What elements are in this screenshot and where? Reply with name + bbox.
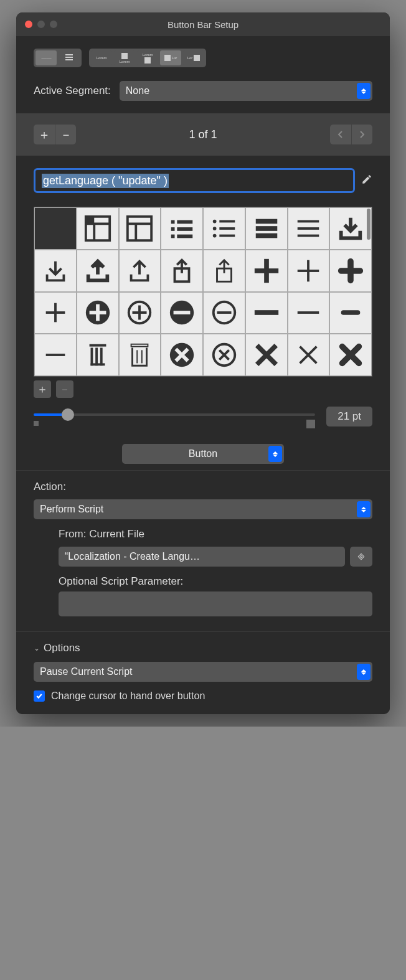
edit-name-button[interactable] [361, 174, 372, 187]
icon-size-display: 21 pt [326, 407, 372, 426]
icon-cell[interactable] [161, 250, 203, 292]
icon-cell[interactable] [77, 250, 119, 292]
remove-icon-button[interactable]: － [56, 380, 73, 398]
icon-cell[interactable] [119, 207, 161, 250]
element-type-select[interactable]: Button [122, 444, 284, 464]
icon-cell[interactable] [77, 334, 119, 376]
label-position-segment[interactable]: Lorem Lorem Lorem Lor Lor [89, 49, 206, 67]
svg-rect-23 [298, 227, 319, 230]
svg-rect-16 [219, 227, 235, 230]
icon-cell[interactable] [34, 250, 77, 292]
icon-cell[interactable] [119, 292, 161, 334]
select-arrows-icon [357, 83, 371, 99]
svg-point-15 [213, 227, 217, 230]
script-select[interactable]: “Localization - Create Langu… [59, 547, 345, 567]
icon-cell[interactable] [329, 292, 372, 334]
cursor-checkbox[interactable] [34, 690, 45, 702]
label-pos-5[interactable]: Lor [183, 50, 204, 65]
icon-cell[interactable] [161, 292, 203, 334]
remove-segment-button[interactable]: － [55, 125, 76, 144]
from-row: From: Current File [59, 528, 372, 540]
label-pos-2[interactable]: Lorem [114, 50, 135, 65]
label-pos-4[interactable]: Lor [160, 50, 181, 65]
icon-cell[interactable] [245, 250, 288, 292]
titlebar: Button Bar Setup [16, 12, 390, 36]
icon-cell[interactable] [288, 334, 330, 376]
vertical-orientation-button[interactable] [59, 50, 80, 65]
prev-segment-button[interactable] [330, 125, 351, 144]
active-segment-select[interactable]: None [120, 81, 372, 101]
button-bar-setup-window: Button Bar Setup Lorem Lorem Lorem Lor L… [16, 12, 390, 714]
element-type-value: Button [189, 448, 217, 459]
icon-cell[interactable] [203, 292, 245, 334]
icon-size-slider[interactable] [34, 407, 315, 426]
icon-grid[interactable] [34, 207, 372, 377]
icon-cell[interactable] [161, 334, 203, 376]
icon-cell[interactable] [245, 292, 288, 334]
svg-rect-35 [89, 311, 106, 314]
add-icon-button[interactable]: ＋ [34, 380, 51, 398]
icon-cell[interactable] [77, 292, 119, 334]
icon-cell[interactable] [203, 207, 245, 250]
active-segment-label: Active Segment: [34, 85, 111, 97]
icon-cell[interactable] [203, 250, 245, 292]
add-segment-button[interactable]: ＋ [34, 125, 55, 144]
svg-rect-48 [90, 348, 93, 366]
svg-rect-19 [255, 219, 277, 224]
svg-rect-45 [341, 311, 361, 316]
svg-rect-46 [46, 354, 65, 356]
icon-cell[interactable] [245, 334, 288, 376]
options-header[interactable]: ⌄ Options [34, 642, 372, 654]
icon-cell[interactable] [203, 334, 245, 376]
svg-rect-20 [255, 226, 277, 231]
slider-thumb[interactable] [62, 408, 74, 421]
segment-name-value: getLanguage ( "update" ) [42, 174, 169, 188]
svg-rect-51 [90, 364, 105, 366]
script-parameter-input[interactable] [59, 591, 372, 616]
cursor-checkbox-row[interactable]: Change cursor to hand over button [34, 690, 372, 702]
icon-cell[interactable] [288, 292, 330, 334]
script-picker-button[interactable] [350, 547, 372, 567]
icon-cell[interactable] [329, 207, 372, 250]
svg-rect-43 [254, 311, 278, 316]
add-remove-group: ＋ － [34, 125, 76, 144]
svg-rect-52 [131, 344, 148, 347]
icon-cell[interactable] [34, 334, 77, 376]
svg-rect-14 [219, 220, 235, 222]
icon-cell[interactable] [329, 250, 372, 292]
slider-max-icon [306, 420, 315, 428]
svg-rect-22 [298, 220, 319, 222]
segment-counter: 1 of 1 [189, 128, 217, 141]
svg-rect-3 [85, 217, 93, 224]
icon-cell[interactable] [119, 334, 161, 376]
next-segment-button[interactable] [351, 125, 372, 144]
icon-cell[interactable] [34, 207, 77, 250]
icon-grid-scrollbar[interactable] [367, 209, 371, 240]
svg-rect-12 [177, 234, 192, 238]
select-arrows-icon [357, 501, 371, 517]
orientation-segment[interactable] [34, 49, 82, 67]
icon-cell[interactable] [77, 207, 119, 250]
pager-row: ＋ － 1 of 1 [34, 125, 372, 144]
nav-group [330, 125, 372, 144]
icon-cell[interactable] [329, 334, 372, 376]
action-select[interactable]: Perform Script [34, 499, 372, 519]
svg-rect-18 [219, 234, 235, 237]
icon-cell[interactable] [245, 207, 288, 250]
icon-cell[interactable] [288, 250, 330, 292]
select-arrows-icon [357, 664, 371, 680]
icon-cell[interactable] [161, 207, 203, 250]
label-pos-3[interactable]: Lorem [137, 50, 158, 65]
svg-rect-57 [358, 554, 364, 559]
horizontal-orientation-button[interactable] [35, 50, 57, 65]
pause-script-select[interactable]: Pause Current Script [34, 662, 372, 682]
active-segment-value: None [126, 85, 149, 97]
icon-picker [34, 207, 372, 377]
icon-cell[interactable] [288, 207, 330, 250]
icon-cell[interactable] [34, 292, 77, 334]
label-pos-1[interactable]: Lorem [91, 50, 112, 65]
svg-rect-24 [298, 234, 319, 237]
segment-name-input[interactable]: getLanguage ( "update" ) [34, 168, 355, 193]
icon-cell[interactable] [119, 250, 161, 292]
window-title: Button Bar Setup [16, 19, 390, 30]
